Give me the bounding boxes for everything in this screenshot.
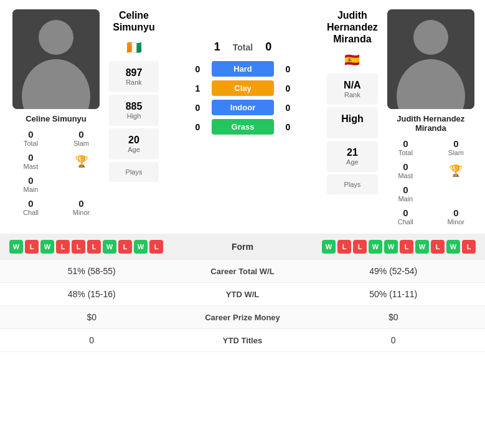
grass-button[interactable]: Grass — [212, 119, 274, 135]
clay-p1: 1 — [190, 83, 205, 93]
form-badge: L — [118, 240, 132, 254]
player2-main: 0 Main — [381, 183, 430, 204]
player2-avatar — [387, 9, 474, 109]
indoor-p1: 0 — [190, 103, 205, 113]
grass-p1: 0 — [190, 122, 205, 132]
career-wl-label: Career Total W/L — [174, 267, 311, 276]
form-badge: L — [87, 240, 101, 254]
form-badge: W — [134, 240, 148, 254]
player2-trophy: 🏆 — [431, 160, 481, 181]
clay-button[interactable]: Clay — [212, 80, 274, 96]
form-badge: L — [462, 240, 476, 254]
form-badge: W — [322, 240, 336, 254]
total-p2: 0 — [265, 41, 271, 54]
player1-info-col: Celine Simunyu 🇨🇮 897 Rank 885 High 20 A… — [109, 9, 159, 227]
form-section: WLWLLLWLWL Form WLLWWLWLWL — [0, 234, 485, 260]
prize-label: Career Prize Money — [174, 313, 311, 322]
player1-slam: 0 Slam — [57, 127, 106, 149]
form-badge: W — [9, 240, 23, 254]
form-badge: W — [103, 240, 116, 254]
titles-label: YTD Titles — [174, 336, 311, 345]
svg-point-4 — [413, 20, 448, 55]
indoor-p2: 0 — [280, 103, 296, 113]
player2-form: WLLWWLWLWL — [280, 240, 476, 254]
titles-row: 0 YTD Titles 0 — [0, 329, 485, 352]
surface-row-clay[interactable]: 1 Clay 0 — [162, 80, 324, 96]
player2-titles: 0 — [311, 335, 476, 345]
career-wl-row: 51% (58-55) Career Total W/L 49% (52-54) — [0, 260, 485, 283]
form-badge: L — [72, 240, 85, 254]
player2-name: Judith Hernandez Miranda — [381, 114, 481, 133]
player1-total: 0 Total — [6, 127, 55, 149]
hard-p1: 0 — [190, 64, 205, 74]
form-badge: L — [400, 240, 413, 254]
player2-slam: 0 Slam — [431, 136, 481, 158]
form-badge: L — [149, 240, 163, 254]
surface-buttons: 0 Hard 0 1 Clay 0 0 Indoor 0 0 Grass — [162, 61, 324, 135]
player1-name-center: Celine Simunyu — [109, 9, 159, 33]
player2-stats: 0 Total 0 Slam 0 Mast 🏆 0 Main — [381, 136, 481, 227]
player1-plays-block: Plays — [109, 162, 159, 182]
svg-point-1 — [39, 20, 73, 55]
player1-name: Celine Simunyu — [26, 114, 87, 123]
center-column: 1 Total 0 0 Hard 0 1 Clay 0 0 I — [162, 9, 324, 227]
player1-chall: 0 Chall — [6, 196, 55, 218]
surface-row-indoor[interactable]: 0 Indoor 0 — [162, 100, 324, 115]
player1-flag: 🇨🇮 — [109, 40, 159, 55]
player2-high-block: High — [327, 107, 378, 138]
clay-p2: 0 — [280, 83, 296, 93]
total-label: Total — [233, 42, 253, 52]
total-p1: 1 — [214, 41, 220, 54]
player2-high-label — [332, 125, 373, 132]
form-badge: W — [369, 240, 382, 254]
form-badge: L — [431, 240, 445, 254]
player2-prize: $0 — [311, 312, 476, 322]
hard-button[interactable]: Hard — [212, 61, 274, 77]
comparison-section: Celine Simunyu 0 Total 0 Slam 0 Mast 🏆 — [0, 0, 485, 234]
player1-career-wl: 51% (58-55) — [9, 266, 174, 276]
hard-p2: 0 — [280, 64, 296, 74]
form-badge: L — [25, 240, 39, 254]
player2-age-block: 21 Age — [327, 141, 378, 172]
player1-main: 0 Main — [6, 173, 55, 195]
player1-titles: 0 — [9, 335, 174, 345]
form-badge: L — [56, 240, 70, 254]
form-badge: W — [40, 240, 54, 254]
player2-mast: 0 Mast — [381, 160, 430, 181]
player1-avatar — [12, 9, 100, 109]
player2-flag: 🇪🇸 — [327, 52, 378, 67]
player1-stats: 0 Total 0 Slam 0 Mast 🏆 0 Main — [6, 127, 106, 218]
player1-trophy: 🏆 — [57, 150, 106, 172]
player1-high-block: 885 High — [109, 95, 159, 126]
surface-row-grass[interactable]: 0 Grass 0 — [162, 119, 324, 135]
ytd-wl-label: YTD W/L — [174, 290, 311, 299]
player1-mast: 0 Mast — [6, 150, 55, 172]
prize-row: $0 Career Prize Money $0 — [0, 306, 485, 329]
player1-form: WLWLLLWLWL — [9, 240, 205, 254]
form-label: Form — [205, 242, 280, 252]
form-badge: L — [337, 240, 351, 254]
indoor-button[interactable]: Indoor — [212, 100, 274, 115]
total-row: 1 Total 0 — [214, 41, 271, 54]
player2-career-wl: 49% (52-54) — [311, 266, 476, 276]
player2-info-col: Judith Hernandez Miranda 🇪🇸 N/A Rank Hig… — [327, 9, 378, 227]
player2-card: Judith Hernandez Miranda 0 Total 0 Slam … — [381, 9, 481, 227]
trophy2-icon: 🏆 — [449, 164, 463, 178]
player1-rank-block: 897 Rank — [109, 61, 159, 92]
player2-name-center: Judith Hernandez Miranda — [327, 9, 378, 45]
player1-minor: 0 Minor — [57, 196, 106, 218]
stats-rows: 51% (58-55) Career Total W/L 49% (52-54)… — [0, 260, 485, 352]
player2-plays-block: Plays — [327, 174, 378, 194]
ytd-wl-row: 48% (15-16) YTD W/L 50% (11-11) — [0, 283, 485, 306]
player1-card: Celine Simunyu 0 Total 0 Slam 0 Mast 🏆 — [6, 9, 106, 227]
form-badge: W — [415, 240, 429, 254]
player1-ytd-wl: 48% (15-16) — [9, 289, 174, 299]
player2-minor: 0 Minor — [431, 206, 481, 227]
player1-prize: $0 — [9, 312, 174, 322]
player2-ytd-wl: 50% (11-11) — [311, 289, 476, 299]
grass-p2: 0 — [280, 122, 296, 132]
surface-row-hard[interactable]: 0 Hard 0 — [162, 61, 324, 77]
main-container: Celine Simunyu 0 Total 0 Slam 0 Mast 🏆 — [0, 0, 485, 352]
player2-total: 0 Total — [381, 136, 430, 158]
form-badge: W — [446, 240, 460, 254]
